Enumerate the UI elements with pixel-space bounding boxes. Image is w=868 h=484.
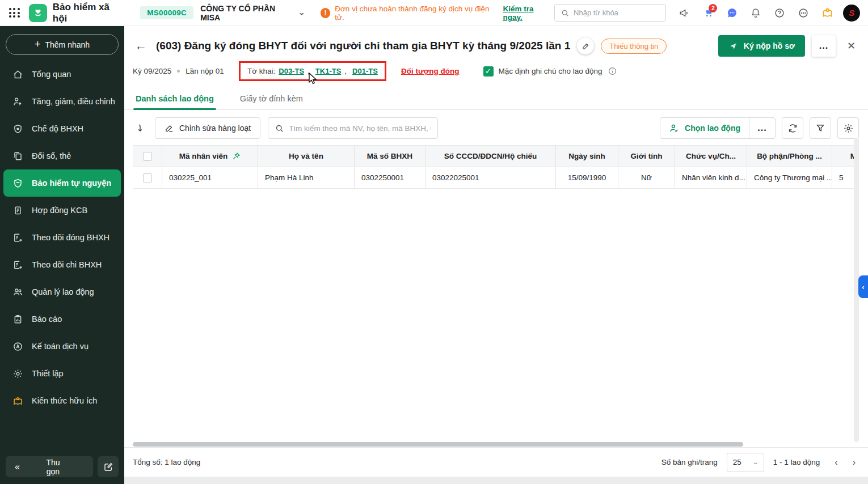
side-panel-toggle[interactable]: ‹ [858, 275, 868, 298]
search-icon [275, 124, 284, 133]
sidebar-item-ke-toan-dich-vu[interactable]: Kế toán dịch vụ [0, 333, 124, 360]
select-employee-more-button[interactable]: ... [749, 118, 775, 138]
col-ngay-sinh[interactable]: Ngày sinh [556, 146, 618, 167]
col-ho-va-ten[interactable]: Họ và tên [258, 146, 355, 167]
company-selector[interactable]: CÔNG TY CỔ PHẦN MISA ⌄ [200, 4, 304, 22]
document-arrow-icon [12, 232, 24, 243]
app-grid-icon[interactable] [0, 0, 29, 26]
col-so-cccd[interactable]: Số CCCD/ĐDCN/Hộ chiếu [425, 146, 556, 167]
help-icon[interactable] [769, 3, 790, 23]
col-chuc-vu[interactable]: Chức vụ/Ch... [675, 146, 747, 167]
col-bo-phan[interactable]: Bộ phận/Phòng ... [747, 146, 832, 167]
row-checkbox[interactable] [143, 173, 152, 182]
table-row[interactable]: 030225_001 Phạm Hà Linh 0302250001 03022… [133, 167, 854, 189]
app-title: Bảo hiểm xã hội [53, 2, 125, 24]
close-icon[interactable]: ✕ [842, 40, 860, 52]
sidebar-item-bao-hiem-tu-nguyen[interactable]: Bảo hiểm tự nguyện [3, 169, 121, 197]
sidebar-item-label: Theo dõi chi BHXH [32, 260, 102, 269]
select-all-checkbox[interactable] [143, 152, 152, 161]
check-now-link[interactable]: Kiểm tra ngay. [503, 5, 554, 22]
quick-add-button[interactable]: + Thêm nhanh [6, 34, 119, 55]
tab-giay-to-dinh-kem[interactable]: Giấy tờ đính kèm [238, 88, 305, 109]
cart-icon[interactable]: 2 [698, 3, 718, 23]
sort-icon[interactable] [133, 123, 148, 133]
to-khai-link-d03[interactable]: D03-TS [279, 67, 304, 75]
shield-icon [12, 178, 24, 189]
doi-tuong-dong-link[interactable]: Đối tượng đóng [401, 67, 460, 75]
more-actions-button[interactable]: ... [812, 35, 836, 57]
sidebar-item-hop-dong-kcb[interactable]: Hợp đồng KCB [0, 197, 124, 224]
announcement-icon[interactable] [674, 3, 694, 23]
tab-danh-sach-lao-dong[interactable]: Danh sách lao động [133, 88, 216, 109]
default-note-label: Mặc định ghi chú cho lao động [499, 67, 602, 75]
horizontal-scrollbar[interactable] [133, 442, 743, 447]
sidebar-item-theo-doi-chi-bhxh[interactable]: Theo dõi chi BHXH [0, 251, 124, 278]
quick-add-label: Thêm nhanh [45, 40, 90, 49]
sidebar-item-quan-ly-lao-dong[interactable]: Quản lý lao động [0, 278, 124, 305]
column-settings-button[interactable] [837, 117, 859, 139]
sidebar-item-label: Hợp đồng KCB [32, 206, 87, 215]
bulk-edit-button[interactable]: Chỉnh sửa hàng loạt [155, 117, 260, 139]
global-search-input[interactable] [574, 9, 653, 17]
col-ma-nhan-vien[interactable]: Mã nhân viên [162, 146, 258, 167]
pencil-icon [165, 124, 174, 133]
cell-gioi-tinh: Nữ [618, 167, 675, 188]
sidebar-item-kien-thuc-huu-ich[interactable]: Kiến thức hữu ích [0, 387, 124, 414]
company-code-badge: MS00009C [140, 6, 193, 19]
sidebar-item-doi-so-the[interactable]: Đổi sổ, thẻ [0, 142, 124, 169]
bottom-strip [124, 477, 868, 484]
pin-icon [232, 152, 241, 160]
sidebar-item-tang-giam[interactable]: Tăng, giảm, điều chỉnh [0, 88, 124, 115]
cell-ngay-sinh: 15/09/1990 [556, 167, 618, 188]
page-title: (603) Đăng ký đóng BHYT đối với người ch… [156, 40, 570, 52]
prev-page-button[interactable]: ‹ [835, 457, 837, 468]
total-count: Tổng số: 1 lao động [133, 458, 200, 466]
sidebar-item-thiet-lap[interactable]: Thiết lập [0, 360, 124, 387]
sidebar-item-label: Bảo hiểm tự nguyện [32, 179, 111, 188]
sidebar-item-label: Thiết lập [32, 369, 64, 378]
default-note-checkbox[interactable]: ✓ [483, 66, 494, 77]
double-chevron-left-icon: « [15, 462, 19, 472]
sidebar-item-theo-doi-dong-bhxh[interactable]: Theo dõi đóng BHXH [0, 224, 124, 251]
knowledge-book-icon [12, 396, 24, 406]
col-gioi-tinh[interactable]: Giới tính [618, 146, 675, 167]
col-ma-so-bhxh[interactable]: Mã số BHXH [355, 146, 425, 167]
edit-title-button[interactable] [577, 37, 594, 54]
cart-badge: 2 [709, 4, 717, 12]
user-avatar[interactable]: S [843, 5, 860, 22]
notification-bell-icon[interactable] [745, 3, 766, 23]
record-range: 1 - 1 lao động [773, 458, 820, 466]
table-search-input[interactable] [289, 124, 431, 133]
employee-table: Mã nhân viên Họ và tên Mã số BHXH Số CCC… [133, 145, 854, 189]
contract-icon [12, 205, 24, 216]
info-icon[interactable] [608, 66, 617, 76]
bulk-edit-label: Chỉnh sửa hàng loạt [179, 124, 251, 133]
col-muc-thu[interactable]: Mức th... [832, 146, 854, 167]
to-khai-label: Tờ khai: [247, 67, 275, 75]
to-khai-link-d01[interactable]: D01-TS [352, 67, 378, 75]
sidebar-item-tong-quan[interactable]: Tổng quan [0, 61, 124, 88]
chat-icon[interactable] [722, 3, 742, 23]
table-header-row: Mã nhân viên Họ và tên Mã số BHXH Số CCC… [133, 145, 854, 167]
filter-button[interactable] [810, 117, 831, 139]
to-khai-link-tk1[interactable]: TK1-TS [315, 67, 342, 75]
sidebar-item-label: Quản lý lao động [32, 287, 94, 296]
shield-heart-icon [12, 124, 24, 134]
back-button[interactable]: ← [133, 39, 149, 53]
select-employee-button[interactable]: Chọn lao động [660, 118, 749, 138]
global-search[interactable] [554, 4, 666, 22]
home-icon [12, 69, 24, 80]
table-search[interactable] [268, 117, 438, 139]
service-warning: ! Đơn vị chưa hoàn thành đăng ký dịch vụ… [321, 5, 555, 22]
knowledge-icon[interactable] [817, 3, 837, 23]
more-options-icon[interactable] [793, 3, 814, 23]
sidebar-item-che-do-bhxh[interactable]: Chế độ BHXH [0, 115, 124, 142]
collapse-sidebar-button[interactable]: « Thu gọn [6, 456, 93, 477]
page-size-select[interactable]: 25 ⌄ [727, 453, 764, 472]
submit-button[interactable]: Ký nộp hồ sơ [718, 35, 805, 57]
next-page-button[interactable]: › [853, 457, 856, 468]
compose-button[interactable] [98, 456, 119, 477]
refresh-button[interactable] [782, 117, 803, 139]
search-icon [561, 9, 570, 18]
sidebar-item-bao-cao[interactable]: Báo cáo [0, 305, 124, 333]
